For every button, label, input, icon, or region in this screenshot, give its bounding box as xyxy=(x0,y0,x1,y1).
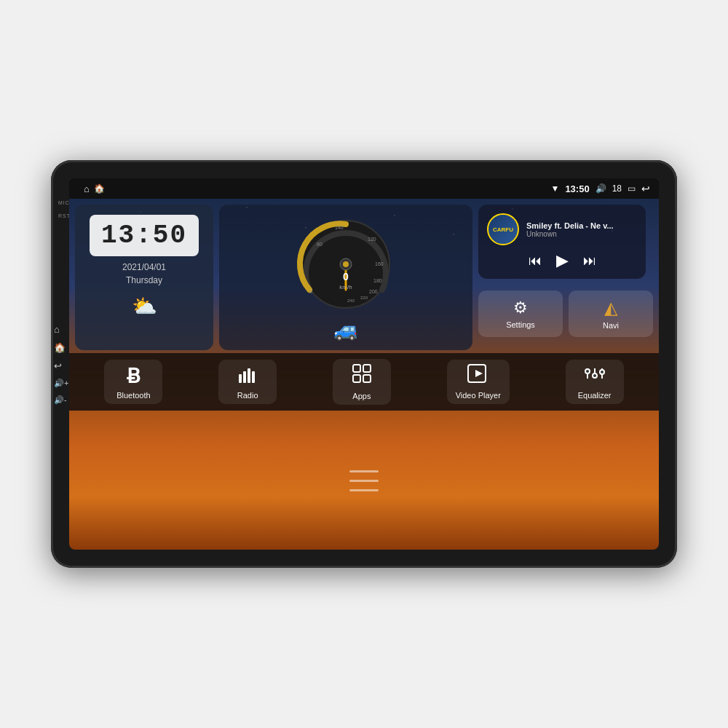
screen: ⌂ 🏠 ▼ 13:50 🔊 18 ▭ ↩ xyxy=(69,178,659,550)
svg-text:0: 0 xyxy=(309,289,312,294)
clock-display: 13:50 xyxy=(90,215,199,256)
home-side-icon[interactable]: ⌂ xyxy=(52,323,61,336)
play-button[interactable]: ▶ xyxy=(556,251,569,270)
status-bar: ⌂ 🏠 ▼ 13:50 🔊 18 ▭ ↩ xyxy=(69,178,659,199)
car-head-unit: MIC RST ⌂ 🏠 ↩ 🔊+ 🔊- ⌂ 🏠 ▼ 13:50 🔊 18 ▭ ↩ xyxy=(51,160,677,568)
apps-button[interactable]: Apps xyxy=(333,359,391,405)
video-label: Video Player xyxy=(456,391,501,400)
svg-text:140: 140 xyxy=(335,225,344,230)
bluetooth-label: Bluetooth xyxy=(116,391,150,400)
navi-button[interactable]: ◭ Navi xyxy=(569,290,653,337)
side-button-group: ⌂ 🏠 ↩ 🔊+ 🔊- xyxy=(52,323,70,406)
app-status-icon[interactable]: 🏠 xyxy=(94,183,105,194)
svg-rect-15 xyxy=(239,374,242,383)
weather-icon: ⛅ xyxy=(132,294,157,318)
next-button[interactable]: ⏭ xyxy=(583,253,596,269)
equalizer-button[interactable]: Equalizer xyxy=(566,360,624,404)
settings-icon: ⚙ xyxy=(513,298,528,317)
svg-rect-17 xyxy=(248,368,250,383)
svg-text:180: 180 xyxy=(373,278,382,283)
clock-widget: 13:50 2021/04/01 Thursday ⛅ xyxy=(75,205,213,350)
equalizer-label: Equalizer xyxy=(578,391,612,400)
music-logo: CARFU xyxy=(487,213,519,245)
svg-point-30 xyxy=(600,370,604,374)
settings-label: Settings xyxy=(506,320,535,329)
video-button[interactable]: Video Player xyxy=(447,360,510,404)
radio-icon xyxy=(237,364,258,388)
main-content: 13:50 2021/04/01 Thursday ⛅ xyxy=(69,199,659,550)
svg-rect-22 xyxy=(363,375,371,382)
clock-time: 13:50 xyxy=(101,221,187,250)
svg-point-26 xyxy=(585,369,590,373)
clock-date: 2021/04/01 xyxy=(122,262,166,272)
bottom-bar: Ƀ Bluetooth Radio xyxy=(69,353,659,411)
music-title: Smiley ft. Delia - Ne v... xyxy=(526,221,637,230)
speedometer-svg: 0 120 140 80 160 180 200 220 240 xyxy=(295,213,397,315)
carfu-text: CARFU xyxy=(493,226,513,233)
music-controls: ⏮ ▶ ⏭ xyxy=(487,251,637,270)
svg-text:160: 160 xyxy=(375,261,384,266)
svg-rect-18 xyxy=(252,371,255,383)
svg-text:120: 120 xyxy=(368,237,376,242)
svg-rect-16 xyxy=(243,371,246,383)
svg-rect-20 xyxy=(363,365,371,372)
video-icon xyxy=(467,364,489,388)
vol-down-icon[interactable]: 🔊- xyxy=(52,394,68,406)
vol-up-icon[interactable]: 🔊+ xyxy=(52,377,70,389)
svg-text:240: 240 xyxy=(347,298,355,303)
road-lines xyxy=(349,470,379,491)
navi-icon: ◭ xyxy=(604,298,617,318)
bluetooth-button[interactable]: Ƀ Bluetooth xyxy=(104,360,162,404)
volume-icon: 🔊 xyxy=(596,183,606,194)
music-artist: Unknown xyxy=(526,230,637,238)
volume-level: 18 xyxy=(612,183,622,194)
back-side-icon[interactable]: ↩ xyxy=(52,359,63,373)
home-status-icon[interactable]: ⌂ xyxy=(84,183,90,194)
svg-point-28 xyxy=(593,373,597,378)
apps-icon xyxy=(352,363,372,389)
apps-label: Apps xyxy=(352,392,371,400)
battery-icon: ▭ xyxy=(628,183,636,194)
radio-button[interactable]: Radio xyxy=(218,360,277,404)
widgets-row: 13:50 2021/04/01 Thursday ⛅ xyxy=(69,199,659,353)
svg-text:220: 220 xyxy=(360,296,368,300)
svg-text:km/h: km/h xyxy=(339,284,352,290)
svg-rect-19 xyxy=(353,365,360,372)
prev-button[interactable]: ⏮ xyxy=(529,253,542,269)
status-time: 13:50 xyxy=(565,183,589,194)
radio-label: Radio xyxy=(237,391,258,400)
svg-text:200: 200 xyxy=(369,289,378,294)
back-icon[interactable]: ↩ xyxy=(641,183,650,194)
bluetooth-icon: Ƀ xyxy=(127,364,141,388)
svg-text:0: 0 xyxy=(343,271,349,282)
settings-navi-row: ⚙ Settings ◭ Navi xyxy=(478,290,653,337)
music-widget: CARFU Smiley ft. Delia - Ne v... Unknown… xyxy=(478,205,646,279)
settings-button[interactable]: ⚙ Settings xyxy=(478,290,563,337)
svg-marker-24 xyxy=(475,370,483,377)
house-side-icon[interactable]: 🏠 xyxy=(52,341,67,355)
car-icon: 🚙 xyxy=(333,317,359,341)
music-info: Smiley ft. Delia - Ne v... Unknown xyxy=(526,221,637,238)
speedometer-widget: 0 120 140 80 160 180 200 220 240 xyxy=(219,205,472,350)
equalizer-icon xyxy=(585,364,605,388)
svg-rect-21 xyxy=(353,375,360,382)
wifi-icon: ▼ xyxy=(551,183,560,194)
navi-label: Navi xyxy=(603,321,619,330)
right-column: CARFU Smiley ft. Delia - Ne v... Unknown… xyxy=(478,205,653,350)
mic-label: MIC xyxy=(58,200,70,205)
svg-point-12 xyxy=(343,261,349,267)
clock-day: Thursday xyxy=(126,275,162,285)
music-header: CARFU Smiley ft. Delia - Ne v... Unknown xyxy=(487,213,637,245)
svg-text:80: 80 xyxy=(317,242,323,247)
